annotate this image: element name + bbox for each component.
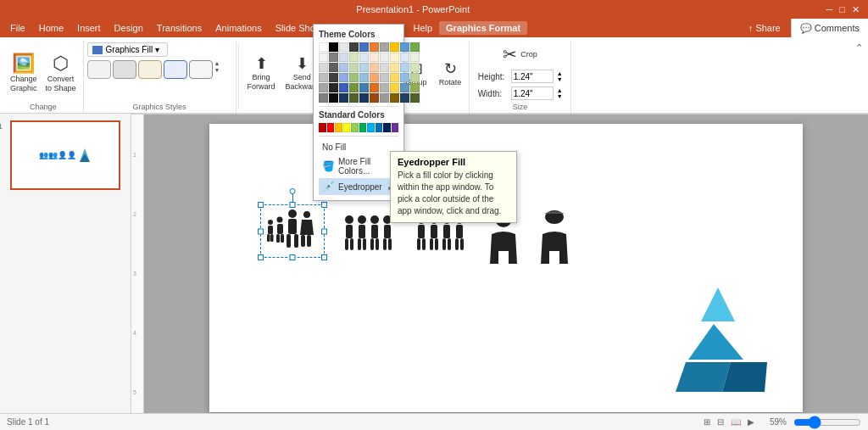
std-color-swatch[interactable] [343,123,351,132]
color-swatch[interactable] [349,42,359,52]
color-swatch[interactable] [390,73,399,82]
color-swatch[interactable] [319,73,328,82]
more-fill-colors-option[interactable]: 🪣 More Fill Colors... [319,154,398,178]
color-swatch[interactable] [370,53,379,62]
eyedropper-option[interactable]: 💉 Eyedropper ↖ [319,178,398,195]
handle-bl[interactable] [258,254,264,260]
minimize-btn[interactable]: ─ [826,4,833,15]
color-swatch[interactable] [370,42,379,52]
color-swatch[interactable] [400,53,409,62]
handle-tl[interactable] [258,202,264,208]
style-scroll[interactable]: ▲ ▼ [214,60,220,79]
std-color-swatch[interactable] [327,123,335,132]
color-swatch[interactable] [339,63,348,72]
color-swatch[interactable] [329,93,338,103]
color-swatch[interactable] [319,63,328,72]
color-swatch[interactable] [339,53,348,62]
color-swatch[interactable] [329,83,338,92]
handle-br[interactable] [321,254,327,260]
color-swatch[interactable] [410,93,420,103]
color-swatch[interactable] [319,53,328,62]
color-swatch[interactable] [359,42,369,52]
color-swatch[interactable] [359,93,369,103]
menu-animations[interactable]: Animations [209,21,268,35]
color-swatch[interactable] [400,42,409,52]
color-swatch[interactable] [410,53,420,62]
color-swatch[interactable] [400,83,409,92]
color-swatch[interactable] [339,73,348,82]
color-swatch[interactable] [359,63,369,72]
color-swatch[interactable] [380,53,389,62]
color-swatch[interactable] [359,73,369,82]
handle-tc[interactable] [290,202,296,208]
normal-view-btn[interactable]: ⊞ [704,417,710,427]
color-swatch[interactable] [400,63,409,72]
color-swatch[interactable] [339,42,348,52]
style-preview-2[interactable] [113,60,136,79]
slideshow-btn[interactable]: ▶ [748,417,754,427]
color-swatch[interactable] [329,63,338,72]
color-swatch[interactable] [380,83,389,92]
color-swatch[interactable] [410,63,420,72]
color-swatch[interactable] [349,83,359,92]
family-group-selected[interactable] [260,204,325,258]
std-color-swatch[interactable] [383,123,391,132]
comments-button[interactable]: 💬 Comments [791,19,868,37]
color-swatch[interactable] [400,73,409,82]
menu-home[interactable]: Home [32,21,70,35]
color-swatch[interactable] [349,63,359,72]
color-swatch[interactable] [329,53,338,62]
handle-bc[interactable] [290,254,296,260]
color-swatch[interactable] [359,83,369,92]
color-swatch[interactable] [319,42,328,52]
bring-forward-btn[interactable]: ⬆ Bring Forward [244,53,279,93]
color-swatch[interactable] [359,53,369,62]
reading-view-btn[interactable]: 📖 [731,417,741,427]
menu-insert[interactable]: Insert [70,21,108,35]
color-swatch[interactable] [370,83,379,92]
handle-mr[interactable] [321,228,327,234]
rotate-btn[interactable]: ↻ Rotate [435,58,465,88]
change-graphic-btn[interactable]: 🖼️ Change Graphic [7,51,41,95]
menu-help[interactable]: Help [406,21,439,35]
close-btn[interactable]: ✕ [852,4,860,15]
style-preview-3[interactable] [138,60,162,79]
color-swatch[interactable] [370,63,379,72]
color-swatch[interactable] [390,93,399,103]
std-color-swatch[interactable] [319,123,326,132]
color-swatch[interactable] [410,42,420,52]
color-swatch[interactable] [349,53,359,62]
color-swatch[interactable] [390,42,399,52]
color-swatch[interactable] [319,83,328,92]
color-swatch[interactable] [410,73,420,82]
convert-to-shape-btn[interactable]: ⬡ Convert to Shape [42,51,80,95]
color-swatch[interactable] [370,73,379,82]
width-input[interactable] [511,87,554,100]
maximize-btn[interactable]: □ [839,4,845,15]
color-swatch[interactable] [339,93,348,103]
crop-btn[interactable]: ✂ Crop [499,42,541,66]
menu-file[interactable]: File [3,21,32,35]
height-spinners[interactable]: ▲ ▼ [557,70,563,82]
ribbon-expand-btn[interactable]: ⌃ [854,41,865,55]
std-color-swatch[interactable] [367,123,375,132]
color-swatch[interactable] [380,42,389,52]
std-color-swatch[interactable] [335,123,342,132]
slide-sorter-btn[interactable]: ⊟ [717,417,724,427]
graphics-fill-btn[interactable]: Graphics Fill ▾ [87,42,168,57]
no-fill-option[interactable]: No Fill [319,140,398,154]
style-preview-4[interactable] [164,60,187,79]
style-preview-1[interactable] [87,60,111,79]
menu-design[interactable]: Design [108,21,150,35]
width-spinners[interactable]: ▲ ▼ [557,87,563,99]
std-color-swatch[interactable] [392,123,399,132]
slide-thumb[interactable]: 👥👥👤👤 [10,120,120,190]
color-swatch[interactable] [380,93,389,103]
std-color-swatch[interactable] [376,123,383,132]
color-swatch[interactable] [380,63,389,72]
color-swatch[interactable] [390,83,399,92]
color-swatch[interactable] [380,73,389,82]
color-swatch[interactable] [390,53,399,62]
color-swatch[interactable] [319,93,328,103]
color-swatch[interactable] [329,73,338,82]
